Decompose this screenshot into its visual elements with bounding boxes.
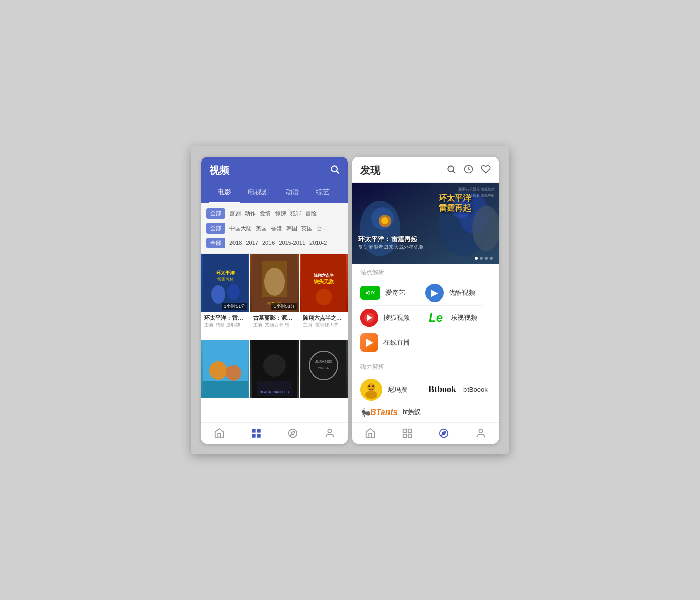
video-header: 视频 电影 电视剧 动漫 综艺: [201, 157, 348, 203]
svg-marker-32: [291, 431, 295, 435]
discover-heart-icon[interactable]: [481, 164, 491, 177]
service-iqiyi[interactable]: iQIY 爱奇艺: [360, 286, 425, 300]
banner-title-text: 环太平洋：雷霆再起: [358, 235, 493, 244]
svg-point-20: [263, 354, 286, 377]
filter-uk[interactable]: 英国: [301, 224, 313, 232]
duration-pacific: 1小时51分: [222, 303, 247, 310]
svg-text:陈翔六点半: 陈翔六点半: [314, 273, 334, 278]
btbook-logo: Btbook: [428, 384, 458, 395]
filter-korea[interactable]: 韩国: [286, 224, 297, 232]
service-row-1: iQIY 爱奇艺 ▶ 优酷视频: [360, 281, 491, 305]
svg-text:JURASSIC: JURASSIC: [315, 360, 333, 363]
svg-point-31: [289, 429, 297, 437]
discover-header: 发现: [352, 157, 499, 183]
video-app-title: 视频: [209, 164, 229, 177]
app-container: 视频 电影 电视剧 动漫 综艺 全部 喜剧 动作 爱: [191, 146, 509, 454]
filter-adventure[interactable]: 冒险: [305, 210, 317, 217]
live-logo: [360, 333, 378, 352]
btbook-item[interactable]: Btbook btBoook: [428, 384, 491, 395]
letv-name: 乐视视频: [451, 313, 477, 322]
svg-rect-58: [403, 434, 406, 437]
filter-china[interactable]: 中国大陆: [229, 224, 252, 232]
filter-2010[interactable]: 2010-2: [309, 240, 327, 246]
right-phone: 发现: [352, 157, 499, 444]
nav-grid-right[interactable]: [402, 428, 413, 439]
svg-marker-61: [442, 431, 446, 435]
cast-panther: [253, 406, 295, 411]
svg-text:WORLD: WORLD: [318, 366, 330, 369]
cast-tomb: 主演: 艾丽西卡·维坎德: [253, 322, 295, 328]
tab-tv[interactable]: 电视剧: [240, 183, 277, 203]
banner-top-text: 和平vs机器怪 游戏特惠 提前看 游戏先驱: [458, 187, 495, 198]
service-live[interactable]: 在线直播: [360, 333, 491, 352]
cast-pacific: 主演: 约翰·波耶加: [204, 322, 246, 328]
btants-logo: 🐜BTants: [360, 407, 398, 417]
discover-history-icon[interactable]: [463, 164, 474, 177]
right-bottom-nav: [352, 422, 499, 444]
nimaso-item[interactable]: 尼玛搜: [360, 379, 423, 401]
svg-text:BLACK PANTHER: BLACK PANTHER: [260, 390, 289, 394]
nav-compass-right-active[interactable]: [438, 428, 449, 439]
title-tomb: 古墓丽影：源起...: [253, 314, 295, 322]
btants-item[interactable]: 🐜BTants bt蚂蚁: [360, 407, 491, 417]
video-search-icon[interactable]: [330, 164, 340, 177]
duration-tomb: 1小时58分: [271, 303, 297, 310]
filter-section: 全部 喜剧 动作 爱情 惊悚 犯罪 冒险 全部 中国大陆 美国 香港 韩国 英国…: [201, 203, 348, 254]
banner-dots: [475, 257, 493, 260]
movie-card-animation[interactable]: [201, 340, 249, 422]
movie-card-jurassic[interactable]: JURASSIC WORLD: [300, 340, 348, 422]
filter-usa[interactable]: 美国: [256, 224, 267, 232]
btbook-name: btBoook: [463, 386, 488, 393]
filter-2017[interactable]: 2017: [246, 240, 258, 246]
service-youku[interactable]: ▶ 优酷视频: [425, 284, 491, 302]
movie-grid: 环太平洋 雷霆再起 1小时51分 环太平洋：雷霆... 主演: 约翰·波耶加: [201, 254, 348, 422]
tab-variety[interactable]: 综艺: [307, 183, 338, 203]
discover-search-icon[interactable]: [446, 164, 456, 177]
sohu-logo: [360, 309, 378, 327]
tab-movie[interactable]: 电影: [209, 183, 240, 203]
service-grid: iQIY 爱奇艺 ▶ 优酷视频: [352, 279, 499, 357]
btants-name: bt蚂蚁: [403, 407, 421, 417]
nav-compass-left[interactable]: [287, 428, 298, 439]
movie-card-iron[interactable]: 陈翔六点半 铁头无敌 陈翔六点半之铁... 主演: 陈翔 妹大爷: [300, 254, 348, 339]
filter-2016[interactable]: 2016: [262, 240, 275, 246]
service-sohu[interactable]: 搜狐视频: [360, 309, 425, 327]
cast-jurassic: [303, 406, 345, 411]
movie-card-panther[interactable]: BLACK PANTHER: [250, 340, 298, 422]
magnet-section: 尼玛搜 Btbook btBoook 🐜BTants bt蚂蚁: [352, 373, 499, 422]
discover-app-title: 发现: [360, 164, 380, 177]
filter-genre-all[interactable]: 全部: [206, 208, 225, 219]
filter-action[interactable]: 动作: [245, 210, 256, 217]
filter-thriller[interactable]: 惊悚: [275, 210, 286, 217]
svg-point-6: [227, 284, 240, 300]
nav-user-right[interactable]: [475, 428, 486, 439]
movie-card-tomb[interactable]: 古墓丽影 1小时58分 古墓丽影：源起... 主演: 艾丽西卡·维坎德: [250, 254, 298, 339]
nav-home-left[interactable]: [214, 428, 225, 439]
service-row-2: 搜狐视频 Le 乐视视频: [360, 306, 491, 330]
filter-romance[interactable]: 爱情: [260, 210, 271, 217]
filter-taiwan[interactable]: 台...: [317, 224, 327, 232]
movie-card-pacific[interactable]: 环太平洋 雷霆再起 1小时51分 环太平洋：雷霆... 主演: 约翰·波耶加: [201, 254, 249, 339]
filter-comedy[interactable]: 喜剧: [229, 210, 241, 217]
left-bottom-nav: [201, 422, 348, 444]
banner[interactable]: 环太平洋雷霆再起 环太平洋：雷霆再起 复仇流浪者归来大战外星先驱 和平vs机器怪…: [352, 183, 499, 264]
nav-user-left[interactable]: [324, 428, 335, 439]
nav-grid-left[interactable]: [251, 428, 262, 439]
nav-home-right[interactable]: [365, 428, 376, 439]
svg-point-55: [372, 385, 374, 387]
filter-region-all[interactable]: 全部: [206, 223, 225, 234]
svg-text:铁头无敌: 铁头无敌: [313, 279, 334, 284]
filter-2018[interactable]: 2018: [229, 240, 242, 246]
nimaso-name: 尼玛搜: [387, 385, 407, 394]
magnet-label: 磁力解析: [352, 359, 499, 373]
youku-logo: ▶: [425, 284, 444, 302]
filter-hk[interactable]: 香港: [271, 224, 282, 232]
filter-year-all[interactable]: 全部: [206, 238, 225, 248]
svg-rect-27: [252, 429, 255, 432]
filter-2015-2011[interactable]: 2015-2011: [279, 240, 305, 246]
filter-crime[interactable]: 犯罪: [290, 210, 301, 217]
tab-anime[interactable]: 动漫: [277, 183, 307, 203]
service-letv[interactable]: Le 乐视视频: [425, 312, 491, 324]
filter-row-genre: 全部 喜剧 动作 爱情 惊悚 犯罪 冒险: [206, 206, 343, 221]
iqiyi-logo: iQIY: [360, 286, 380, 300]
